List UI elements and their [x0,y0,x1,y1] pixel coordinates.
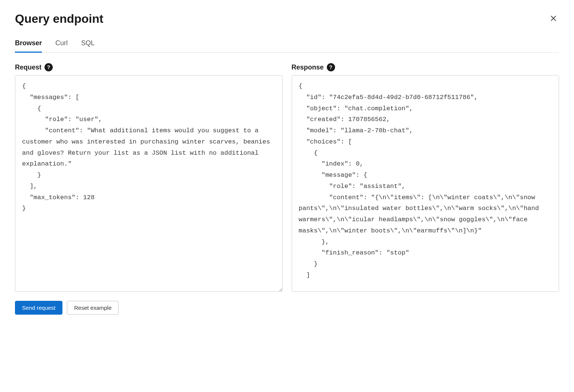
close-button[interactable] [548,13,559,25]
close-icon [549,14,558,22]
request-panel: Request ? [15,63,283,292]
reset-example-button[interactable]: Reset example [67,301,119,315]
tab-sql[interactable]: SQL [81,39,95,53]
tabs: Browser Curl SQL [15,39,559,53]
request-body-input[interactable] [15,75,283,292]
response-panel: Response ? { "id": "74c2efa5-8d4d-49d2-b… [292,63,559,292]
tab-curl[interactable]: Curl [55,39,68,53]
tab-browser[interactable]: Browser [15,39,42,53]
help-icon[interactable]: ? [327,63,335,71]
request-title: Request [15,64,42,71]
help-icon[interactable]: ? [44,63,53,71]
response-body: { "id": "74c2efa5-8d4d-49d2-b7d0-68712f5… [292,75,559,292]
response-title: Response [292,64,324,71]
send-request-button[interactable]: Send request [15,301,62,315]
page-title: Query endpoint [15,12,103,26]
